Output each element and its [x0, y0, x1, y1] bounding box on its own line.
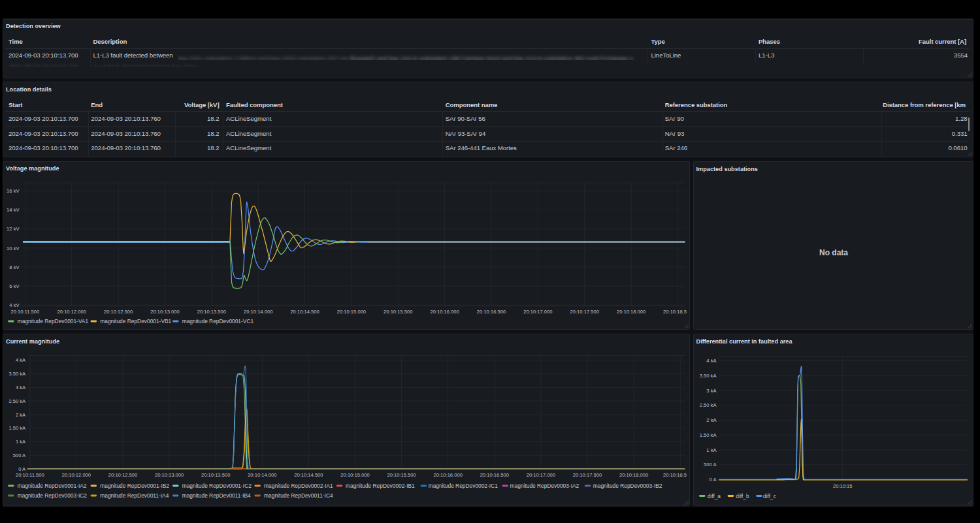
svg-text:2 kA: 2 kA	[706, 417, 717, 423]
svg-text:3 kA: 3 kA	[706, 388, 717, 394]
svg-text:1.50 kA: 1.50 kA	[700, 432, 717, 438]
svg-text:20:10:15: 20:10:15	[833, 483, 853, 489]
svg-text:1 kA: 1 kA	[706, 447, 717, 453]
svg-text:4 kA: 4 kA	[706, 358, 717, 364]
svg-text:500 A: 500 A	[704, 462, 717, 468]
svg-text:0 A: 0 A	[710, 477, 717, 483]
svg-text:2.50 kA: 2.50 kA	[700, 402, 717, 408]
svg-text:diff_b: diff_b	[736, 493, 749, 499]
svg-text:diff_a: diff_a	[708, 493, 721, 499]
svg-text:diff_c: diff_c	[763, 493, 776, 499]
svg-text:3.50 kA: 3.50 kA	[700, 373, 717, 379]
